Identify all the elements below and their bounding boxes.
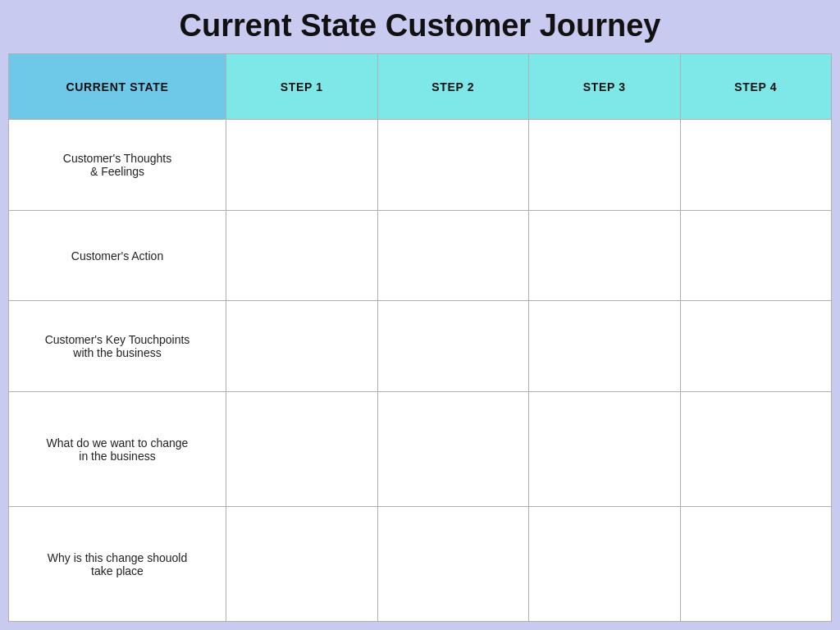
row-label-change: What do we want to changein the business (9, 392, 226, 507)
cell-step3-why[interactable] (529, 507, 681, 622)
cell-step2-thoughts[interactable] (377, 120, 529, 211)
cell-step1-action[interactable] (226, 210, 378, 301)
page-wrapper: Current State Customer Journey CURRENT S… (0, 0, 840, 630)
table-row: Customer's Thoughts& Feelings (9, 120, 832, 211)
cell-step3-touchpoints[interactable] (529, 301, 681, 392)
cell-step3-action[interactable] (529, 210, 681, 301)
table-row: Customer's Key Touchpointswith the busin… (9, 301, 832, 392)
page-title: Current State Customer Journey (179, 8, 660, 43)
cell-step4-thoughts[interactable] (680, 120, 832, 211)
header-current-state: CURRENT STATE (9, 54, 226, 120)
cell-step1-change[interactable] (226, 392, 378, 507)
row-label-why: Why is this change shouoldtake place (9, 507, 226, 622)
row-label-touchpoints: Customer's Key Touchpointswith the busin… (9, 301, 226, 392)
cell-step4-change[interactable] (680, 392, 832, 507)
cell-step3-change[interactable] (529, 392, 681, 507)
cell-step1-why[interactable] (226, 507, 378, 622)
cell-step2-touchpoints[interactable] (377, 301, 529, 392)
cell-step4-why[interactable] (680, 507, 832, 622)
table-row: What do we want to changein the business (9, 392, 832, 507)
header-step3: STEP 3 (529, 54, 681, 120)
header-row: CURRENT STATE STEP 1 STEP 2 STEP 3 STEP … (9, 54, 832, 120)
cell-step4-touchpoints[interactable] (680, 301, 832, 392)
cell-step1-touchpoints[interactable] (226, 301, 378, 392)
cell-step2-change[interactable] (377, 392, 529, 507)
header-step4: STEP 4 (680, 54, 832, 120)
cell-step4-action[interactable] (680, 210, 832, 301)
cell-step2-action[interactable] (377, 210, 529, 301)
row-label-action: Customer's Action (9, 210, 226, 301)
cell-step2-why[interactable] (377, 507, 529, 622)
table-row: Why is this change shouoldtake place (9, 507, 832, 622)
cell-step1-thoughts[interactable] (226, 120, 378, 211)
header-step2: STEP 2 (377, 54, 529, 120)
journey-table: CURRENT STATE STEP 1 STEP 2 STEP 3 STEP … (8, 53, 832, 622)
cell-step3-thoughts[interactable] (529, 120, 681, 211)
row-label-thoughts: Customer's Thoughts& Feelings (9, 120, 226, 211)
header-step1: STEP 1 (226, 54, 378, 120)
table-row: Customer's Action (9, 210, 832, 301)
